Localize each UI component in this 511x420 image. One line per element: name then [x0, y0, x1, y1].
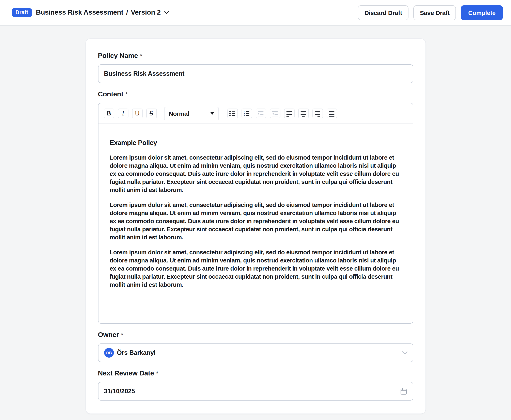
align-right-icon [314, 110, 321, 117]
chevron-down-icon [164, 11, 169, 14]
owner-name: Örs Barkanyi [117, 349, 156, 356]
underline-button[interactable]: U [132, 109, 142, 118]
save-draft-button[interactable]: Save Draft [413, 5, 456, 20]
calendar-icon[interactable] [399, 387, 407, 395]
outdent-button[interactable] [270, 109, 280, 118]
select-divider [395, 347, 395, 358]
date-value: 31/10/2025 [104, 388, 135, 395]
next-review-date-field: Next Review Date* 31/10/2025 [98, 369, 413, 401]
bullet-list-icon [229, 110, 236, 117]
complete-button[interactable]: Complete [461, 5, 503, 20]
content-field: Content* B I U S Normal [98, 90, 413, 324]
svg-text:3: 3 [244, 114, 245, 116]
align-left-button[interactable] [284, 109, 294, 118]
caret-down-icon [210, 112, 214, 115]
editor-toolbar: B I U S Normal [98, 103, 413, 124]
outdent-icon [272, 110, 278, 117]
required-mark: * [140, 52, 142, 59]
chevron-down-icon [402, 351, 407, 355]
format-select-value: Normal [169, 110, 189, 117]
align-right-button[interactable] [312, 109, 323, 118]
format-select[interactable]: Normal [164, 107, 219, 120]
next-review-date-label: Next Review Date* [98, 369, 413, 377]
editor-content[interactable]: Example Policy Lorem ipsum dolor sit ame… [98, 124, 413, 323]
content-label: Content* [98, 90, 413, 98]
bullet-list-button[interactable] [227, 109, 238, 118]
policy-name-label: Policy Name* [98, 52, 413, 60]
document-paragraph: Lorem ipsum dolor sit amet, consectetur … [110, 153, 401, 194]
required-mark: * [156, 370, 158, 377]
version-selector[interactable]: Version 2 [131, 8, 169, 17]
breadcrumb: Business Risk Assessment / Version 2 [36, 8, 169, 17]
avatar: ÖB [104, 348, 114, 358]
align-left-icon [286, 110, 293, 117]
ordered-list-button[interactable]: 123 [241, 109, 252, 118]
page-title: Business Risk Assessment [36, 8, 123, 17]
rich-text-editor: B I U S Normal [98, 103, 413, 324]
owner-label: Owner* [98, 331, 413, 339]
header: Draft Business Risk Assessment / Version… [0, 0, 511, 25]
document-paragraph: Lorem ipsum dolor sit amet, consectetur … [110, 248, 401, 289]
strikethrough-button[interactable]: S [146, 109, 157, 118]
policy-name-field: Policy Name* [98, 52, 413, 83]
required-mark: * [125, 91, 128, 98]
align-justify-button[interactable] [326, 109, 337, 118]
align-justify-icon [328, 110, 335, 117]
document-paragraph: Lorem ipsum dolor sit amet, consectetur … [110, 201, 401, 241]
ordered-list-icon: 123 [243, 110, 250, 117]
breadcrumb-separator: / [126, 8, 128, 17]
document-heading: Example Policy [110, 139, 401, 147]
owner-field: Owner* ÖB Örs Barkanyi [98, 331, 413, 362]
next-review-date-input[interactable]: 31/10/2025 [98, 382, 413, 401]
header-actions: Discard Draft Save Draft Complete [358, 5, 503, 20]
required-mark: * [121, 331, 123, 338]
bold-button[interactable]: B [104, 109, 114, 118]
discard-draft-button[interactable]: Discard Draft [358, 5, 409, 20]
indent-button[interactable] [256, 109, 266, 118]
policy-name-input[interactable] [98, 64, 413, 83]
owner-select[interactable]: ÖB Örs Barkanyi [98, 344, 413, 362]
status-badge: Draft [12, 8, 32, 17]
main-content: Policy Name* Content* B I U S Norma [0, 38, 511, 414]
italic-button[interactable]: I [118, 109, 128, 118]
align-center-icon [300, 110, 307, 117]
app-viewport: Draft Business Risk Assessment / Version… [0, 0, 511, 420]
version-label: Version 2 [131, 8, 161, 17]
indent-icon [257, 110, 264, 117]
align-center-button[interactable] [298, 109, 309, 118]
policy-form-card: Policy Name* Content* B I U S Norma [85, 38, 426, 414]
